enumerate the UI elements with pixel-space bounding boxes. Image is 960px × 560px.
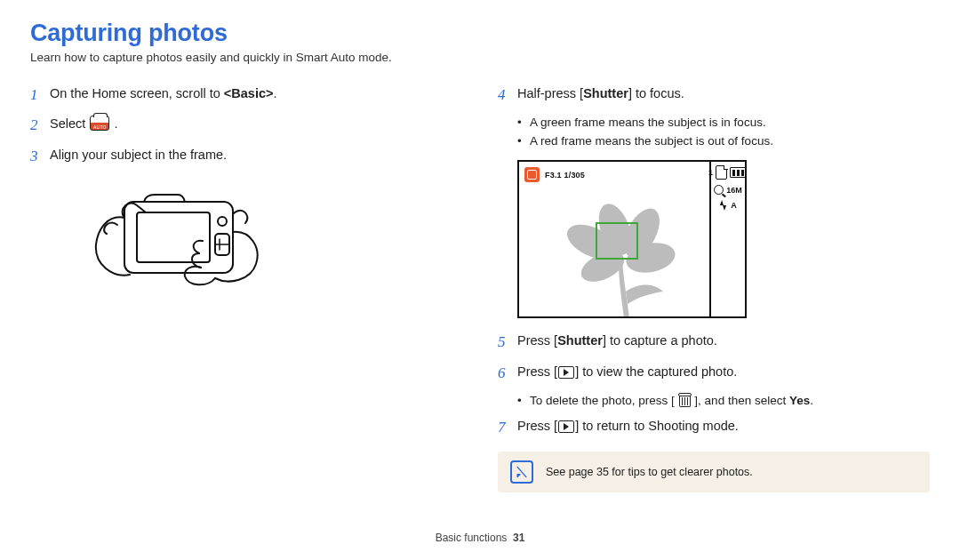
bullet-icon: • [517,392,530,411]
sd-card-icon [716,165,727,180]
svg-point-2 [218,217,227,226]
tip-text: See page 35 for tips to get clearer phot… [546,466,753,478]
text-fragment: ] to return to Shooting mode. [575,419,739,433]
shot-count: 1 [708,168,713,177]
text-fragment: Press [ [517,419,557,433]
footer-section: Basic functions [436,532,508,544]
bullet-text: A red frame means the subject is out of … [530,132,773,151]
text-bold: Yes [789,394,810,407]
camera-illustration [82,182,462,309]
text-fragment: Press [ [517,333,557,348]
viewfinder-preview: F3.1 1/305 1 16M A [517,160,747,318]
note-icon [510,460,533,484]
step-7-text: Press [] to return to Shooting mode. [517,416,930,436]
text-fragment: ], and then select [692,394,789,407]
bullet-text: To delete the photo, press [ ], and then… [530,392,813,411]
text-fragment: On the Home screen, scroll to [50,86,224,100]
exposure-readout: F3.1 1/305 [545,171,585,180]
viewfinder-sidebar: 1 16M A [709,162,745,316]
tip-callout: See page 35 for tips to get clearer phot… [498,452,930,492]
playback-icon [558,420,574,433]
step-number: 6 [498,362,517,385]
bullet-icon: • [517,132,530,151]
step-number: 1 [30,84,50,107]
step-number: 4 [498,84,517,107]
right-column: 4 Half-press [Shutter] to focus. •A gree… [498,80,930,492]
focus-frame [596,222,638,260]
text-bold: Shutter [557,333,603,348]
page-footer: Basic functions 31 [0,532,960,544]
text-fragment: ] to focus. [628,86,684,100]
step-5-text: Press [Shutter] to capture a photo. [517,331,930,350]
text-fragment: . [273,86,276,100]
text-fragment: . [114,116,117,131]
text-fragment: Press [ [517,364,557,379]
step-number: 3 [30,145,50,168]
footer-page-number: 31 [513,532,524,544]
svg-rect-1 [137,212,210,262]
trash-icon [679,396,691,407]
flash-mode-label: A [731,201,737,210]
left-column: 1 On the Home screen, scroll to <Basic>.… [30,80,462,492]
step-number: 7 [498,416,517,439]
step-4-text: Half-press [Shutter] to focus. [517,84,930,103]
smart-auto-icon [90,116,109,131]
text-fragment: ] to view the captured photo. [575,364,737,379]
step-1-text: On the Home screen, scroll to <Basic>. [50,84,462,103]
bullet-icon: • [517,114,530,132]
battery-icon [730,167,747,178]
resolution-label: 16M [726,186,742,195]
zoom-icon [714,185,724,195]
mode-icon [524,167,540,182]
step-number: 5 [498,331,517,354]
text-bold: <Basic> [224,86,274,100]
text-fragment: Select [50,116,89,131]
text-fragment: Half-press [ [517,86,583,100]
text-fragment: To delete the photo, press [ [530,394,678,407]
step-6-text: Press [] to view the captured photo. [517,362,930,381]
step-3-text: Align your subject in the frame. [50,145,462,164]
intro-text: Learn how to capture photos easily and q… [30,51,930,64]
page-title: Capturing photos [30,20,930,47]
bullet-text: A green frame means the subject is in fo… [530,114,766,132]
step-2-text: Select . [50,114,462,133]
flash-icon [719,200,728,211]
text-bold: Shutter [583,86,628,100]
step-number: 2 [30,114,50,137]
playback-icon [558,366,574,379]
text-fragment: ] to capture a photo. [603,333,717,348]
text-fragment: . [810,394,813,407]
